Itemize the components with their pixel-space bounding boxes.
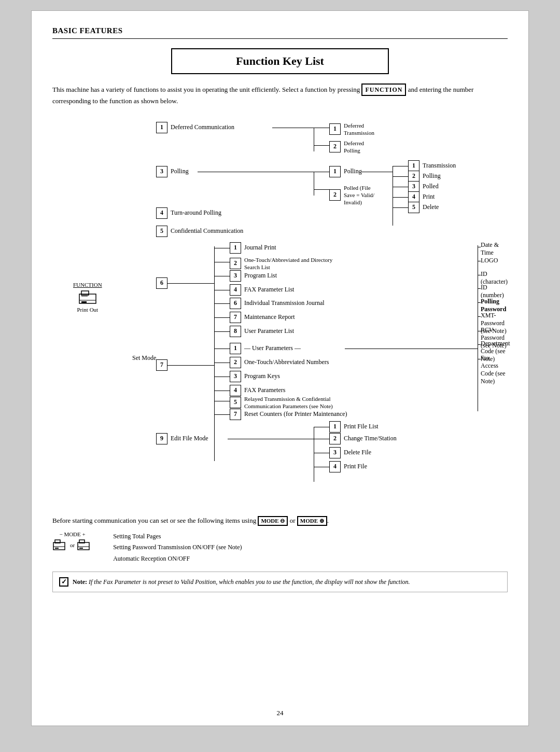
label-sub-polled: Polled (423, 183, 439, 190)
node-def-1: 1 DeferredTransmission (329, 122, 374, 137)
setmode-label: Set Mode (132, 354, 156, 362)
label-sub-delete: Delete (423, 203, 439, 211)
num-ef-2: 2 (329, 433, 341, 444)
checkmark-box: ✓ (59, 577, 68, 587)
tick5 (478, 302, 481, 303)
label-deferred-poll: DeferredPolling (344, 140, 364, 155)
right-label-date: Date & Time (481, 241, 508, 257)
node-sm-5: 5 Relayed Transmission & ConfidentialCom… (230, 395, 333, 410)
label-polling: Polling (171, 168, 189, 175)
num-po-7: 7 (230, 312, 241, 323)
page-header: BASIC FEATURES (52, 26, 508, 39)
label-sub-print: Print (423, 193, 435, 201)
right-label-logo: LOGO (481, 257, 498, 264)
line-ef3 (314, 453, 329, 453)
label-transmission: Transmission (423, 162, 456, 170)
label-sub-polling: Polling (423, 172, 441, 180)
node-9: 9 Edit File Mode (156, 433, 208, 444)
label-polling-tx: Polling (344, 168, 362, 175)
mode-icons-area: − MODE + or (52, 531, 92, 552)
line-3-right (198, 172, 314, 172)
node-sm-1: 1 — User Parameters — (230, 343, 301, 354)
node-po-4: 4 FAX Parameter List (230, 284, 294, 296)
line-sub5 (393, 207, 408, 208)
num-sub-2: 2 (408, 171, 419, 182)
tick2 (478, 261, 481, 261)
num-poll-2: 2 (329, 189, 341, 201)
num-sub-3: 3 (408, 181, 419, 192)
node-po-7: 7 Maintenance Report (230, 312, 295, 323)
label-program-keys: Program Keys (244, 372, 280, 380)
num-7: 7 (156, 359, 167, 371)
node-po-1: 1 Journal Print (230, 242, 276, 254)
line-ef2 (314, 439, 329, 439)
tick9 (478, 359, 481, 359)
num-poll-1: 1 (329, 166, 341, 177)
page: BASIC FEATURES Function Key List This ma… (31, 10, 529, 726)
node-1: 1 Deferred Communication (156, 122, 234, 133)
node-sm-3: 3 Program Keys (230, 371, 280, 382)
num-def-1: 1 (329, 123, 341, 135)
function-button-ref: FUNCTION (361, 83, 406, 96)
svg-rect-3 (81, 301, 87, 303)
num-po-3: 3 (230, 270, 241, 282)
svg-rect-8 (55, 548, 59, 549)
line-def2 (314, 145, 329, 146)
label-polled: Polled (FileSave = Valid/Invalid) (344, 184, 374, 206)
node-7: 7 (156, 359, 167, 371)
num-sm-7: 7 (230, 409, 241, 420)
node-po-3: 3 Program List (230, 270, 277, 282)
line-sm5 (214, 401, 230, 401)
node-6: 6 (156, 277, 167, 289)
vline-userparams (478, 245, 478, 411)
line-sm1 (214, 349, 230, 349)
mode-fax-icon-left (52, 538, 68, 552)
num-ef-4: 4 (329, 461, 341, 472)
vline-deferred (314, 128, 314, 151)
num-ef-3: 3 (329, 447, 341, 458)
line-sub4 (393, 197, 408, 198)
label-program-list: Program List (244, 272, 277, 280)
line-sub3 (393, 187, 408, 187)
mode-minus-btn: MODE ⊖ (258, 516, 288, 526)
svg-rect-1 (81, 291, 89, 295)
node-ef-2: 2 Change Time/Station (329, 433, 397, 444)
intro-paragraph: This machine has a variety of functions … (52, 83, 508, 106)
node-sub-3: 3 Polled (408, 181, 439, 192)
num-sub-5: 5 (408, 202, 419, 213)
num-sub-4: 4 (408, 191, 419, 203)
label-deferred-comm: Deferred Communication (171, 123, 234, 131)
page-number: 24 (277, 709, 284, 717)
label-print-file: Print File (344, 463, 367, 470)
label-fax-param-list: FAX Parameter List (244, 286, 294, 294)
label-delete-file: Delete File (344, 449, 371, 456)
line-sub2 (393, 176, 408, 177)
line-sub1 (393, 166, 408, 166)
node-sm-7: 7 Reset Counters (for Printer Maintenanc… (230, 409, 347, 420)
node-sub-2: 2 Polling (408, 171, 441, 182)
line-poll1 (314, 172, 329, 172)
num-6: 6 (156, 277, 167, 289)
tick4 (478, 288, 481, 289)
label-user-params: — User Parameters — (244, 344, 301, 352)
node-sm-2: 2 One-Touch/Abbreviated Numbers (230, 357, 329, 368)
line-def1 (314, 128, 329, 128)
line-po7 (214, 317, 230, 318)
num-sm-1: 1 (230, 343, 241, 354)
mode-minus-label: − MODE + (59, 531, 85, 537)
num-ef-1: 1 (329, 421, 341, 433)
checkmark-icon: ✓ (61, 578, 67, 586)
mode-setting-3: Automatic Reception ON/OFF (113, 553, 242, 565)
function-icon-area: FUNCTION Print Out (73, 282, 102, 313)
right-label-polling-pw: Polling Password (481, 298, 508, 313)
node-ef-3: 3 Delete File (329, 447, 371, 458)
line-poll-sub-right (361, 172, 393, 172)
label-individual-journal: Individual Transmission Journal (244, 299, 325, 307)
right-label-id-num: ID (number) (481, 284, 508, 299)
vline-setmode (214, 347, 215, 461)
num-po-8: 8 (230, 326, 241, 337)
note-label: Note: (73, 578, 87, 586)
num-4: 4 (156, 207, 167, 219)
node-sub-1: 1 Transmission (408, 160, 456, 172)
main-title: Function Key List (171, 48, 389, 74)
